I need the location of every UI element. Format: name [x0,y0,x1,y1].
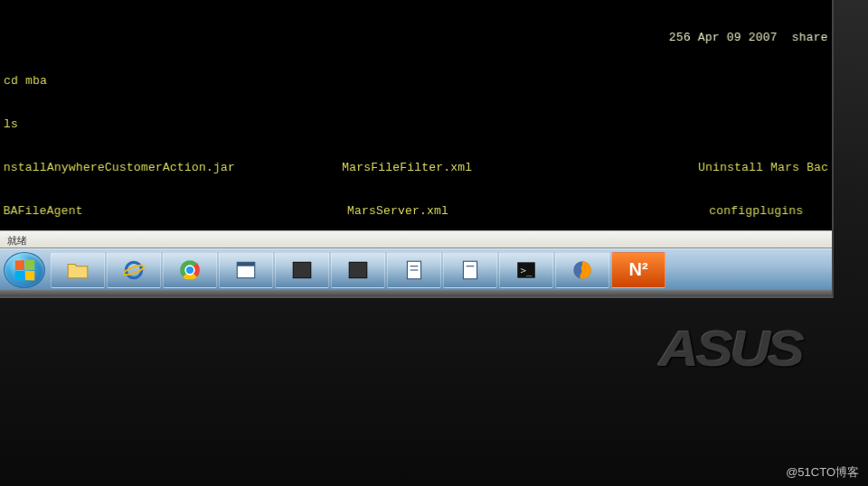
windows-logo-icon [15,259,35,280]
monitor-brand-logo: ASUS [659,319,802,378]
window-icon [234,258,258,282]
file-col1-0: nstallAnywhereCustomerAction.jar [4,161,342,175]
file-col2-1: MarsServer.xml [347,204,709,219]
taskbar-item-app2[interactable] [275,252,329,288]
file-meta: 256 Apr 09 2007 [669,31,778,44]
file-col2-0: MarsFileFilter.xml [342,161,698,175]
ie-icon [122,258,146,282]
chrome-icon [178,258,202,282]
taskbar-item-app5[interactable] [443,252,497,288]
status-text: 就绪 [7,235,27,246]
taskbar-item-explorer[interactable] [51,252,105,288]
taskbar-item-firefox[interactable] [555,252,609,288]
svg-rect-13 [463,261,476,279]
start-button[interactable] [4,252,45,288]
taskbar-item-terminal[interactable]: >_ [499,252,553,288]
taskbar-item-app1[interactable] [219,252,273,288]
folder-icon [66,258,90,282]
svg-rect-8 [293,262,311,277]
n2-icon: N² [628,259,647,280]
cd-cmd: cd mba [4,74,828,89]
file-share: share [792,31,828,44]
status-bar: 就绪 [0,230,832,248]
file-col3-0: Uninstall Mars Bac [698,161,828,175]
svg-text:>_: >_ [521,265,533,276]
page-icon [402,258,426,282]
window-dark-icon [346,258,370,282]
svg-rect-9 [349,262,367,277]
file-col3-1: configplugins [709,204,828,219]
taskbar-item-ie[interactable] [107,252,161,288]
firefox-icon [571,258,594,282]
taskbar-item-chrome[interactable] [163,252,217,288]
taskbar-item-app4[interactable] [387,252,441,288]
window-dark-icon [290,258,314,282]
taskbar-item-app3[interactable] [331,252,385,288]
page-icon [458,258,482,282]
ls-cmd: ls [4,117,828,132]
watermark: @51CTO博客 [786,464,859,481]
taskbar[interactable]: >_ N² [0,248,832,290]
svg-point-5 [185,266,194,275]
screen-bezel [0,290,832,298]
svg-rect-7 [237,262,255,266]
cmd-icon: >_ [514,258,538,282]
screen-area: 256 Apr 09 2007 share cd mba ls nstallAn… [0,0,834,298]
file-col1-1: BAFileAgent [4,204,347,219]
taskbar-item-n2[interactable]: N² [611,252,665,288]
terminal-window[interactable]: 256 Apr 09 2007 share cd mba ls nstallAn… [0,0,833,230]
